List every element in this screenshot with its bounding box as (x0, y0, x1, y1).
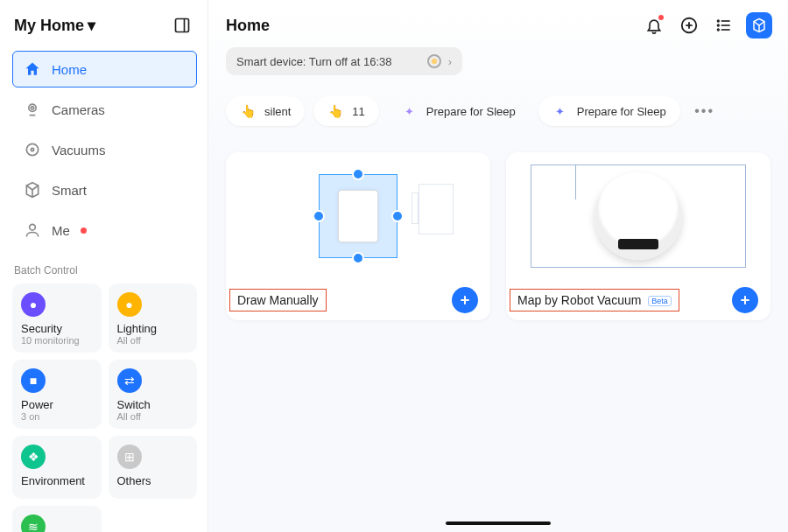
resize-handle-right (391, 210, 404, 222)
list-button[interactable] (711, 12, 737, 38)
scene-label: silent (264, 105, 291, 118)
leaf-icon: ❖ (21, 444, 46, 469)
layout-toggle-icon[interactable] (169, 12, 195, 38)
security-icon: ● (21, 292, 46, 317)
chevron-down-icon: ▾ (88, 16, 95, 35)
add-button[interactable] (676, 12, 702, 38)
svg-point-2 (29, 104, 36, 111)
cube-button[interactable] (746, 12, 772, 38)
home-switcher-label: My Home (14, 17, 84, 35)
nav-label: Cameras (52, 102, 105, 117)
robot-vacuum-icon (595, 172, 682, 260)
scene-label: Prepare for Sleep (426, 105, 516, 118)
nav-item-me[interactable]: Me (12, 212, 197, 248)
cube-icon (24, 181, 41, 199)
sidebar: My Home ▾ Home Cameras Vacuums Smart Me (0, 0, 208, 532)
sparkle-icon: ✦ (402, 103, 418, 119)
card-footer: Map by Robot Vacuum Beta (506, 280, 770, 320)
add-map-button[interactable] (452, 287, 478, 313)
nav-label: Me (52, 223, 70, 238)
tile-environment[interactable]: ❖ Environment (12, 436, 102, 499)
hand-icon: 👆 (240, 103, 256, 119)
sparkle-icon: ✦ (552, 103, 568, 119)
status-banner-text: Smart device: Turn off at 16:38 (236, 55, 392, 68)
user-icon (24, 221, 41, 239)
svg-point-13 (718, 20, 720, 22)
hand-icon: 👆 (327, 103, 343, 119)
tile-label: Lighting (117, 322, 189, 335)
scene-label: Prepare for Sleep (577, 105, 666, 118)
tile-sublabel: All off (117, 335, 189, 346)
vacuum-icon (24, 141, 41, 158)
tile-group[interactable]: ≋ Group (12, 506, 102, 532)
tile-security[interactable]: ● Security 10 monitoring (12, 284, 102, 353)
resize-handle-top (352, 168, 364, 180)
notifications-button[interactable] (641, 12, 667, 38)
header-actions (641, 12, 772, 38)
svg-point-14 (718, 24, 720, 26)
svg-rect-0 (176, 19, 189, 32)
tile-sublabel: All off (117, 411, 189, 422)
switch-icon: ⇄ (117, 368, 142, 393)
tile-label: Security (21, 322, 93, 335)
batch-control-grid: ● Security 10 monitoring ● Lighting All … (12, 284, 197, 532)
svg-point-4 (26, 144, 38, 155)
tile-switch[interactable]: ⇄ Switch All off (109, 360, 198, 429)
tile-label: Others (117, 474, 189, 487)
card-label-text: Map by Robot Vacuum (517, 293, 641, 307)
tile-lighting[interactable]: ● Lighting All off (109, 284, 198, 353)
resize-handle-bottom (352, 252, 364, 264)
nav-item-smart[interactable]: Smart (12, 172, 197, 208)
stack-icon: ≋ (21, 514, 46, 532)
tile-label: Environment (21, 474, 93, 487)
nav-item-home[interactable]: Home (12, 51, 197, 88)
card-preview-draw (226, 152, 490, 280)
plug-icon: ■ (21, 368, 46, 393)
home-icon (24, 60, 41, 78)
nav-label: Smart (52, 183, 87, 198)
svg-point-6 (30, 224, 36, 230)
tile-others[interactable]: ⊞ Others (109, 436, 198, 499)
nav-list: Home Cameras Vacuums Smart Me (12, 51, 197, 248)
scene-silent[interactable]: 👆 silent (226, 96, 305, 126)
tile-sublabel: 10 monitoring (21, 335, 93, 346)
scene-prepare-for-sleep[interactable]: ✦ Prepare for Sleep (538, 96, 680, 126)
batch-control-heading: Batch Control (14, 264, 195, 276)
card-map-by-robot-vacuum[interactable]: Map by Robot Vacuum Beta (506, 152, 770, 320)
chevron-right-icon: › (448, 55, 452, 68)
status-banner[interactable]: Smart device: Turn off at 16:38 › (226, 47, 462, 75)
lightbulb-icon: ● (117, 292, 142, 317)
home-switcher[interactable]: My Home ▾ (14, 16, 95, 35)
home-indicator (446, 522, 551, 525)
sun-icon (427, 54, 441, 68)
main-pane: Home Smart device: Turn off at 16:38 › 👆 (208, 0, 788, 532)
scene-label: 11 (352, 105, 364, 118)
tile-sublabel: 3 on (21, 411, 93, 422)
tile-label: Power (21, 398, 93, 411)
svg-point-5 (31, 148, 33, 150)
grid-icon: ⊞ (117, 444, 142, 469)
tile-label: Switch (117, 398, 189, 411)
camera-icon (24, 101, 41, 118)
nav-label: Vacuums (52, 143, 105, 158)
card-label: Draw Manually (229, 289, 327, 312)
notification-dot-icon (81, 228, 87, 234)
scene-prepare-for-sleep-alt[interactable]: ✦ Prepare for Sleep (388, 96, 530, 126)
scene-row: 👆 silent 👆 11 ✦ Prepare for Sleep ✦ Prep… (226, 96, 772, 126)
card-row: Draw Manually Map by Robot Vacuum Beta (226, 152, 772, 320)
tile-power[interactable]: ■ Power 3 on (12, 360, 102, 429)
main-header: Home (226, 12, 772, 38)
bed-icon (338, 190, 378, 242)
add-map-button[interactable] (732, 287, 758, 313)
nav-item-vacuums[interactable]: Vacuums (12, 131, 197, 168)
more-scenes-button[interactable]: ••• (689, 103, 721, 119)
scene-11[interactable]: 👆 11 (313, 96, 378, 126)
nav-label: Home (52, 62, 87, 77)
nav-item-cameras[interactable]: Cameras (12, 91, 197, 128)
card-draw-manually[interactable]: Draw Manually (226, 152, 490, 320)
beta-badge: Beta (648, 296, 672, 306)
svg-point-15 (718, 29, 720, 31)
selection-box (319, 174, 398, 258)
card-label: Map by Robot Vacuum Beta (510, 289, 679, 312)
resize-handle-left (313, 210, 325, 222)
